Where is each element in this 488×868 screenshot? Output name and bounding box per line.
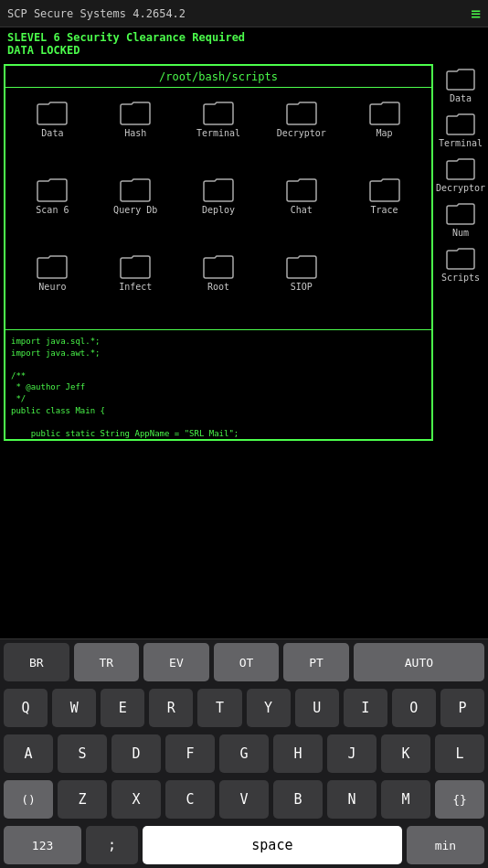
file-browser: /root/bash/scripts Data Hash Terminal De…	[4, 64, 433, 441]
key-X[interactable]: X	[111, 780, 161, 819]
current-path: /root/bash/scripts	[159, 70, 278, 83]
keyboard-row-special: BR TR EV OT PT AUTO	[0, 639, 488, 685]
folder-icon	[119, 252, 152, 280]
key-EV[interactable]: EV	[143, 643, 209, 681]
sidebar-item-data[interactable]: Data	[444, 64, 477, 107]
key-A[interactable]: A	[4, 734, 53, 773]
key-T[interactable]: T	[197, 689, 241, 727]
key-TR[interactable]: TR	[74, 643, 140, 681]
key-U[interactable]: U	[295, 689, 339, 727]
file-label: Scan 6	[36, 205, 69, 216]
key-G[interactable]: G	[219, 734, 269, 773]
key-R[interactable]: R	[149, 689, 193, 727]
file-label: Neuro	[38, 282, 66, 293]
folder-icon	[285, 252, 318, 280]
file-item-decryptor[interactable]: Decryptor	[261, 95, 341, 168]
sidebar-item-decryptor[interactable]: Decryptor	[434, 154, 487, 197]
keyboard: BR TR EV OT PT AUTO Q W E R T Y U I O P …	[0, 638, 488, 868]
key-V[interactable]: V	[219, 780, 269, 819]
folder-icon	[36, 176, 69, 203]
file-label: Root	[207, 282, 229, 293]
sidebar-item-terminal[interactable]: Terminal	[437, 109, 484, 152]
key-I[interactable]: I	[344, 689, 387, 727]
key-H[interactable]: H	[273, 734, 323, 773]
key-Z[interactable]: Z	[58, 780, 107, 819]
file-item-chat[interactable]: Chat	[261, 172, 341, 245]
key-Y[interactable]: Y	[247, 689, 291, 727]
sidebar-label: Scripts	[441, 273, 480, 283]
file-label: SIOP	[291, 282, 313, 293]
folder-icon	[202, 99, 235, 126]
main-area: /root/bash/scripts Data Hash Terminal De…	[0, 60, 488, 445]
folder-icon	[36, 99, 69, 126]
empty-space	[0, 445, 488, 609]
key-OT[interactable]: OT	[214, 643, 280, 681]
key-braces[interactable]: {}	[435, 780, 484, 819]
key-AUTO[interactable]: AUTO	[354, 643, 484, 681]
key-W[interactable]: W	[52, 689, 96, 727]
key-B[interactable]: B	[273, 780, 323, 819]
key-semicolon[interactable]: ;	[86, 826, 138, 864]
key-BR[interactable]: BR	[4, 643, 69, 681]
file-item-root[interactable]: Root	[179, 249, 259, 322]
key-F[interactable]: F	[165, 734, 215, 773]
data-locked-status: DATA LOCKED	[7, 44, 481, 57]
key-PT[interactable]: PT	[283, 643, 349, 681]
folder-icon	[119, 176, 152, 203]
right-sidebar: Data Terminal Decryptor Num Scripts	[433, 60, 488, 445]
file-label: Decryptor	[277, 128, 326, 139]
sidebar-item-scripts[interactable]: Scripts	[440, 243, 482, 286]
key-K[interactable]: K	[381, 734, 430, 773]
file-label: Infect	[119, 282, 152, 293]
folder-icon	[285, 99, 318, 126]
key-J[interactable]: J	[327, 734, 377, 773]
sidebar-item-num[interactable]: Num	[444, 198, 477, 241]
menu-icon[interactable]: ≡	[471, 4, 481, 23]
security-bar: SLEVEL 6 Security Clearance Required DAT…	[0, 27, 488, 60]
key-space[interactable]: space	[143, 826, 402, 864]
folder-icon	[119, 99, 152, 126]
file-label: Trace	[371, 205, 398, 216]
key-S[interactable]: S	[58, 734, 107, 773]
file-item-siop[interactable]: SIOP	[261, 249, 341, 322]
security-clearance: SLEVEL 6 Security Clearance Required	[7, 31, 481, 44]
folder-icon	[285, 176, 318, 203]
folder-icon	[368, 99, 401, 126]
keyboard-row-q: Q W E R T Y U I O P	[0, 685, 488, 731]
keyboard-row-a: A S D F G H J K L	[0, 731, 488, 777]
header: SCP Secure Systems 4.2654.2 ≡	[0, 0, 488, 27]
keyboard-row-z: () Z X C V B N M {}	[0, 777, 488, 822]
file-label: Chat	[291, 205, 313, 216]
key-Q[interactable]: Q	[4, 689, 48, 727]
code-content: import java.sql.*; import java.awt.*; /*…	[11, 336, 426, 439]
key-parens[interactable]: ()	[4, 780, 53, 819]
file-grid: Data Hash Terminal Decryptor Map Scan 6 …	[5, 88, 431, 329]
key-123[interactable]: 123	[4, 826, 81, 864]
file-item-deploy[interactable]: Deploy	[179, 172, 259, 245]
path-bar: /root/bash/scripts	[5, 66, 431, 88]
file-label: Deploy	[202, 205, 235, 216]
sidebar-label: Data	[450, 93, 472, 103]
key-P[interactable]: P	[440, 689, 484, 727]
key-min[interactable]: min	[407, 826, 484, 864]
key-E[interactable]: E	[101, 689, 144, 727]
key-D[interactable]: D	[111, 734, 161, 773]
key-N[interactable]: N	[327, 780, 377, 819]
folder-icon	[202, 252, 235, 280]
key-L[interactable]: L	[435, 734, 484, 773]
file-item-infect[interactable]: Infect	[96, 249, 175, 322]
file-item-data[interactable]: Data	[13, 95, 92, 168]
file-item-scan-6[interactable]: Scan 6	[13, 172, 92, 245]
file-item-map[interactable]: Map	[345, 95, 424, 168]
file-item-neuro[interactable]: Neuro	[13, 249, 92, 322]
file-item-query-db[interactable]: Query Db	[96, 172, 175, 245]
file-item-hash[interactable]: Hash	[96, 95, 175, 168]
key-C[interactable]: C	[165, 780, 215, 819]
sidebar-label: Num	[452, 228, 469, 238]
file-item-trace[interactable]: Trace	[345, 172, 424, 245]
key-M[interactable]: M	[381, 780, 430, 819]
file-item-terminal[interactable]: Terminal	[179, 95, 259, 168]
key-O[interactable]: O	[392, 689, 436, 727]
file-label: Query Db	[113, 205, 157, 216]
code-panel: import java.sql.*; import java.awt.*; /*…	[5, 329, 431, 439]
